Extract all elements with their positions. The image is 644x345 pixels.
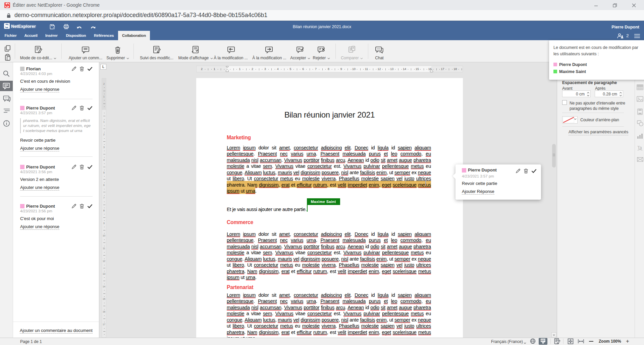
svg-text:ABC: ABC xyxy=(541,339,545,341)
svg-text:Ta: Ta xyxy=(637,145,642,150)
